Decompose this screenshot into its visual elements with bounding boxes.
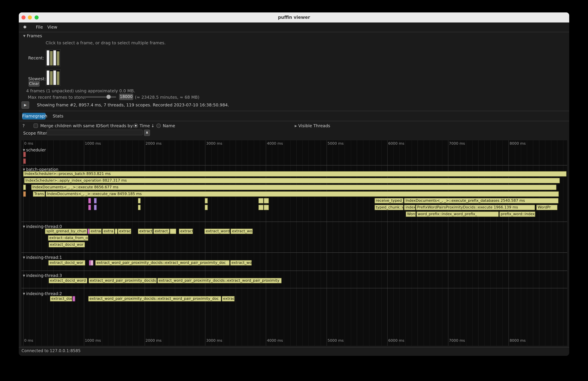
flame-scope-bar[interactable]: extract::data_from_ob	[48, 235, 88, 241]
flame-scope-bar[interactable]	[94, 198, 97, 203]
titlebar: puffin viewer	[19, 12, 569, 23]
flame-scope-bar[interactable]	[23, 185, 26, 190]
flame-scope-bar[interactable]: extrac	[222, 296, 235, 301]
sort-time-label[interactable]: Time	[140, 123, 150, 128]
merge-children-checkbox[interactable]	[34, 124, 38, 128]
flame-scope-bar[interactable]: extract_	[153, 229, 169, 234]
flame-scope-bar[interactable]: extract_word	[204, 229, 230, 234]
frame-thumb-bar[interactable]	[50, 51, 53, 65]
menu-file[interactable]: File	[36, 22, 43, 32]
sort-name-label[interactable]: Name	[163, 123, 175, 128]
flame-scope-bar[interactable]: index	[404, 205, 416, 210]
flame-scope-bar[interactable]	[94, 205, 97, 210]
thread-label[interactable]: ▼indexing-thread:2	[23, 291, 62, 296]
frame-thumb-bar[interactable]	[57, 71, 59, 85]
flame-scope-bar[interactable]: prefix_word::index_prefix_wo	[499, 212, 535, 217]
flame-scope-bar[interactable]: extract_word_pair_proximity_docids::extr…	[95, 260, 230, 266]
flame-scope-bar[interactable]: extrac	[118, 229, 131, 234]
flame-scope-bar[interactable]	[205, 198, 208, 203]
flame-scope-bar[interactable]: IndexDocuments<_, _>::execute 8656.677 m…	[31, 185, 556, 190]
flame-scope-bar[interactable]	[90, 260, 93, 266]
clear-button[interactable]: Clear	[28, 81, 40, 87]
recent-frames-thumbnail[interactable]	[46, 49, 61, 66]
sort-name-radio[interactable]	[156, 124, 161, 128]
play-button[interactable]: ▶	[21, 101, 29, 109]
flame-scope-bar[interactable]: IndexScheduler>::apply_index_operation 8…	[24, 178, 560, 183]
menu-view[interactable]: View	[47, 22, 57, 32]
max-frames-value[interactable]: 18000	[119, 94, 133, 100]
menubar: ✱ File View	[19, 22, 569, 32]
flame-scope-bar[interactable]	[138, 205, 141, 210]
visible-threads-header[interactable]: ▶ Visible Threads	[295, 123, 330, 128]
flame-scope-bar[interactable]	[115, 229, 118, 234]
flame-scope-bar[interactable]: IndexDocuments<_, _>::execute_raw 8459.1…	[46, 191, 559, 197]
flame-scope-bar[interactable]: IndexScheduler>::process_batch 8953.821 …	[23, 171, 567, 177]
flame-scope-bar[interactable]: extract_wo	[231, 229, 253, 234]
collapse-triangle-icon: ▼	[23, 256, 25, 259]
help-button[interactable]: ?	[22, 123, 25, 128]
max-frames-slider[interactable]	[83, 96, 116, 98]
slider-handle[interactable]	[106, 95, 111, 99]
frame-thumb-bar[interactable]	[47, 50, 49, 65]
flame-scope-bar[interactable]: extra	[102, 229, 114, 234]
scope-filter-input[interactable]	[47, 129, 143, 135]
thread-label[interactable]: ▼scheduler	[23, 148, 46, 152]
flame-scope-bar[interactable]: extract_docid_wor	[49, 242, 85, 247]
flame-scope-bar[interactable]	[264, 198, 269, 203]
time-tick-label: 7000 ms	[449, 141, 465, 146]
thread-label[interactable]: ▼indexing-thread:3	[23, 273, 62, 278]
flame-scope-bar[interactable]: extract_wo	[230, 260, 252, 266]
flame-scope-bar[interactable]	[23, 191, 26, 197]
thread-label[interactable]: ▼indexing-thread:1	[23, 255, 62, 260]
flame-scope-bar[interactable]	[88, 198, 91, 203]
flame-scope-bar[interactable]: Trans	[33, 191, 45, 197]
collapse-triangle-icon: ▼	[23, 168, 25, 171]
thread-separator	[21, 253, 567, 253]
flame-scope-bar[interactable]: extract	[89, 229, 102, 234]
tab-flamegraph[interactable]: Flamegraph	[22, 113, 46, 120]
flame-scope-bar[interactable]: IndexDocuments<_, _>::execute_prefix_dat…	[404, 198, 558, 203]
flame-scope-bar[interactable]: word_prefix::index_word_prefix_	[417, 212, 499, 217]
thread-separator	[21, 222, 567, 222]
flame-scope-bar[interactable]	[205, 205, 208, 210]
flame-scope-bar[interactable]: typed_chunk::w	[375, 205, 403, 210]
flame-scope-bar[interactable]: extract_word_pair_proximity_docids::extr…	[88, 296, 221, 301]
frame-thumb-bar[interactable]	[47, 70, 49, 85]
flame-scope-bar[interactable]: extract_docid_word	[49, 278, 87, 283]
flame-scope-bar[interactable]	[258, 205, 263, 210]
flame-scope-bar[interactable]: extract_doc	[50, 296, 72, 301]
frame-thumb-bar[interactable]	[53, 50, 56, 65]
flame-scope-bar[interactable]: extract_word_pair_proximity_docids::extr…	[157, 278, 281, 283]
flame-scope-bar[interactable]	[72, 296, 75, 301]
app-logo-icon[interactable]: ✱	[23, 22, 27, 32]
scope-filter-clear-button[interactable]: x	[144, 129, 150, 136]
flame-scope-bar[interactable]: Word	[406, 212, 416, 217]
flame-scope-bar[interactable]: extract_	[138, 229, 153, 234]
slowest-frames-thumbnail[interactable]	[46, 69, 61, 86]
flame-scope-bar[interactable]: extract_word_pair_proximity_docids	[89, 278, 157, 283]
flamegraph-canvas[interactable]: 0 ms0 ms1000 ms1000 ms2000 ms2000 ms3000…	[21, 140, 567, 346]
flame-scope-bar[interactable]	[88, 205, 91, 210]
flame-scope-bar[interactable]: receive_typed_	[375, 198, 403, 203]
flame-scope-bar[interactable]: WordPr	[536, 205, 557, 210]
flame-scope-bar[interactable]: extract_docid_wor	[48, 260, 85, 266]
flame-scope-bar[interactable]	[258, 198, 263, 203]
flame-scope-bar[interactable]	[170, 229, 176, 234]
time-tick-label: 3000 ms	[206, 338, 222, 343]
frame-thumb-bar[interactable]	[50, 71, 53, 85]
merge-children-label[interactable]: Merge children with same ID	[40, 123, 100, 128]
flame-scope-bar[interactable]	[23, 158, 26, 164]
flame-scope-bar[interactable]	[23, 152, 26, 157]
flame-scope-bar[interactable]: PrefixWordPairsProximityDocids::execute …	[416, 205, 535, 210]
flame-scope-bar[interactable]	[138, 198, 141, 203]
thread-label[interactable]: ▼indexing-thread:0	[23, 224, 62, 229]
tab-stats[interactable]: Stats	[51, 113, 65, 120]
frames-section-header[interactable]: ▼ Frames	[23, 33, 42, 38]
sort-direction-icon[interactable]: ↓	[151, 123, 155, 128]
flame-scope-bar[interactable]: extract	[179, 229, 193, 234]
flame-scope-bar[interactable]: split_grenad_by_chun	[45, 229, 87, 234]
frame-thumb-bar[interactable]	[53, 70, 56, 85]
frame-thumb-bar[interactable]	[57, 51, 59, 65]
flame-scope-bar[interactable]	[264, 205, 269, 210]
sort-time-radio[interactable]	[134, 124, 138, 128]
